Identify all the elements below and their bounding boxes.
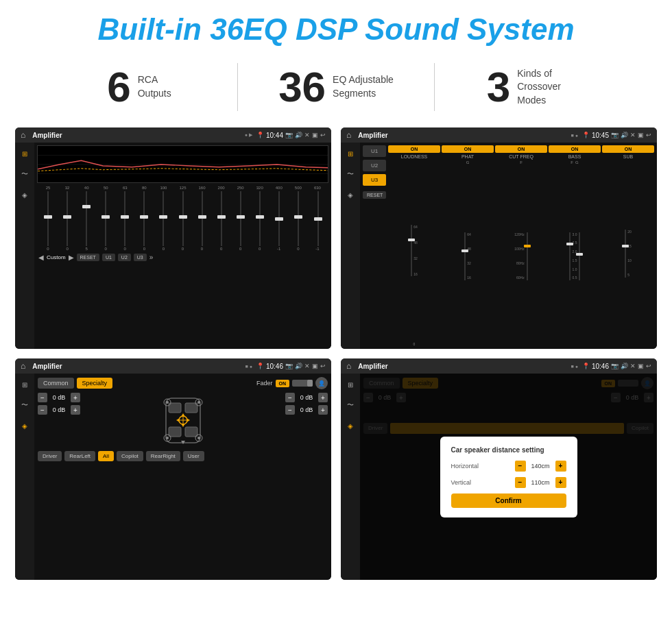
fader-col-7[interactable]: [173, 191, 192, 246]
stat-rca-desc: RCA Outputs: [138, 73, 171, 100]
fader-col-1[interactable]: [58, 191, 76, 246]
back-icon-3[interactable]: ↩: [320, 363, 326, 369]
user-btn[interactable]: User: [183, 451, 204, 461]
sub-on-btn[interactable]: ON: [602, 145, 654, 153]
eq-icon[interactable]: ⊞: [18, 147, 32, 160]
fader-col-11[interactable]: [251, 191, 269, 246]
window-icon-4[interactable]: ▣: [638, 363, 644, 369]
screen3-time: 10:46: [266, 363, 283, 370]
left-db-controls: − 0 dB + − 0 dB +: [38, 393, 80, 448]
fader-slider[interactable]: [292, 380, 313, 387]
rearright-btn[interactable]: RearRight: [146, 451, 180, 461]
db-plus-2[interactable]: +: [71, 405, 80, 415]
fader-label: Fader: [256, 380, 273, 387]
screen2-reset[interactable]: RESET: [363, 191, 386, 199]
all-btn[interactable]: All: [98, 451, 114, 461]
eq-icon-3[interactable]: ⊞: [18, 378, 32, 391]
fader-col-0[interactable]: [38, 191, 57, 246]
eq-faders[interactable]: [37, 191, 328, 246]
u2-btn[interactable]: U2: [118, 254, 131, 261]
vertical-plus-btn[interactable]: +: [555, 477, 566, 488]
db-plus-1[interactable]: +: [71, 393, 80, 402]
home-icon[interactable]: ⌂: [21, 130, 25, 140]
wave-icon-2[interactable]: 〜: [344, 167, 357, 181]
cutfreq-faders[interactable]: 120Hz100Hz80Hz60Hz: [514, 166, 527, 346]
phat-fader[interactable]: 64483216: [464, 166, 471, 346]
window-icon-2[interactable]: ▣: [638, 132, 644, 138]
speaker-icon-2[interactable]: ◈: [344, 188, 357, 202]
speaker-icon-4[interactable]: ◈: [344, 419, 357, 432]
u2-preset[interactable]: U2: [363, 160, 386, 171]
bass-on-btn[interactable]: ON: [549, 145, 601, 153]
prev-icon[interactable]: ◀: [38, 254, 44, 261]
close-icon-3[interactable]: ✕: [304, 363, 310, 369]
close-icon-2[interactable]: ✕: [630, 132, 636, 138]
wave-icon[interactable]: 〜: [18, 167, 32, 181]
close-icon-4[interactable]: ✕: [630, 363, 636, 369]
u1-preset[interactable]: U1: [363, 145, 386, 157]
fader-col-3[interactable]: [96, 191, 115, 246]
driver-btn[interactable]: Driver: [38, 451, 62, 461]
db-minus-4[interactable]: −: [285, 405, 295, 415]
fader-col-6[interactable]: [154, 191, 173, 246]
fader-col-12[interactable]: [270, 191, 289, 246]
sub-fader[interactable]: 2015105: [625, 160, 632, 346]
bass-faders[interactable]: 3.02.52.01.51.00.5: [569, 166, 581, 346]
fader-col-4[interactable]: [116, 191, 134, 246]
screen1-content: ⊞ 〜 ◈: [15, 143, 331, 349]
back-icon-4[interactable]: ↩: [646, 363, 651, 369]
tab-specialty[interactable]: Specialty: [77, 378, 113, 389]
reset-btn[interactable]: RESET: [77, 254, 99, 261]
copilot-btn[interactable]: Copilot: [117, 451, 143, 461]
db-minus-3[interactable]: −: [285, 393, 295, 402]
fader-col-5[interactable]: [135, 191, 154, 246]
more-icon[interactable]: »: [149, 254, 154, 261]
fader-col-10[interactable]: [231, 191, 250, 246]
vertical-minus-btn[interactable]: −: [515, 477, 526, 488]
dialog-control-horizontal: − 140cm +: [515, 461, 566, 472]
stats-row: 6 RCA Outputs 36 EQ Adjustable Segments …: [0, 53, 672, 121]
loudness-on-btn[interactable]: ON: [388, 145, 440, 153]
db-plus-3[interactable]: +: [318, 393, 328, 402]
speaker-icon[interactable]: ◈: [18, 188, 32, 202]
wave-icon-4[interactable]: 〜: [344, 398, 357, 412]
fader-col-9[interactable]: [212, 191, 230, 246]
close-icon[interactable]: ✕: [304, 132, 310, 138]
fader-col-2[interactable]: [77, 191, 95, 246]
fader-col-14[interactable]: [309, 191, 327, 246]
horizontal-minus-btn[interactable]: −: [515, 461, 526, 472]
profile-icon[interactable]: 👤: [315, 377, 328, 389]
wave-icon-3[interactable]: 〜: [18, 398, 32, 412]
window-icon[interactable]: ▣: [312, 132, 318, 138]
eq-icon-4[interactable]: ⊞: [344, 378, 357, 391]
db-minus-2[interactable]: −: [38, 405, 47, 415]
dialog-box: Car speaker distance setting Horizontal …: [440, 437, 577, 517]
cutfreq-on-btn[interactable]: ON: [495, 145, 547, 153]
home-icon-2[interactable]: ⌂: [346, 130, 351, 140]
u3-btn[interactable]: U3: [134, 254, 147, 261]
eq-icon-2[interactable]: ⊞: [344, 147, 357, 160]
back-icon-2[interactable]: ↩: [646, 132, 651, 138]
rearleft-btn[interactable]: RearLeft: [64, 451, 95, 461]
loudness-fader[interactable]: 64483216: [411, 160, 418, 341]
db-minus-1[interactable]: −: [38, 393, 47, 402]
horizontal-plus-btn[interactable]: +: [555, 461, 566, 472]
confirm-button[interactable]: Confirm: [451, 493, 566, 508]
u3-preset[interactable]: U3: [363, 174, 386, 186]
back-icon[interactable]: ↩: [320, 132, 326, 138]
db-plus-4[interactable]: +: [318, 405, 328, 415]
tab-common[interactable]: Common: [38, 378, 74, 389]
window-icon-3[interactable]: ▣: [312, 363, 318, 369]
u1-btn[interactable]: U1: [102, 254, 115, 261]
fader-on-toggle[interactable]: ON: [276, 380, 290, 387]
svg-marker-13: [181, 424, 185, 427]
db-val-1: 0 dB: [49, 394, 69, 401]
next-icon[interactable]: ▶: [69, 254, 74, 261]
phat-on-btn[interactable]: ON: [442, 145, 494, 153]
fader-col-8[interactable]: [193, 191, 211, 246]
home-icon-3[interactable]: ⌂: [21, 361, 25, 371]
speaker-icon-3[interactable]: ◈: [18, 419, 32, 432]
fader-col-13[interactable]: [289, 191, 308, 246]
right-db-controls: − 0 dB + − 0 dB +: [285, 393, 328, 448]
home-icon-4[interactable]: ⌂: [346, 361, 351, 371]
